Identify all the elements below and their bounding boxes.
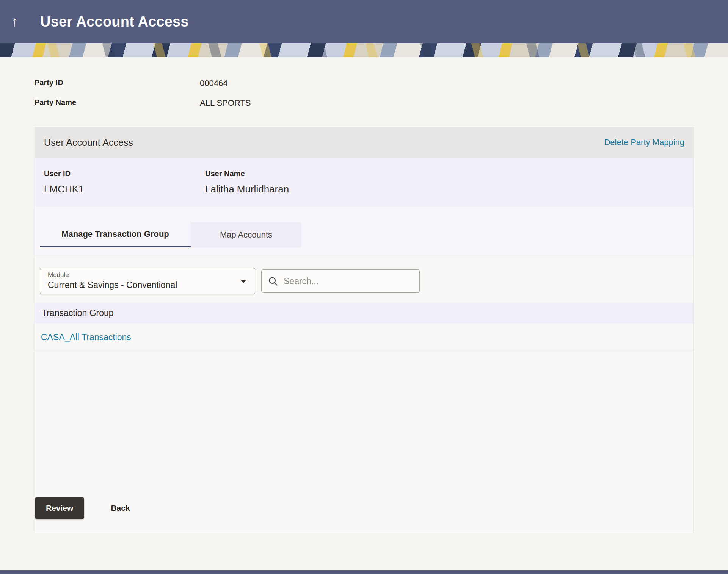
- transaction-group-column-header: Transaction Group: [35, 303, 693, 324]
- search-input[interactable]: [284, 276, 413, 286]
- user-id-label: User ID: [44, 169, 205, 178]
- party-info: Party ID 000464 Party Name ALL SPORTS: [35, 78, 694, 108]
- user-account-access-panel: User Account Access Delete Party Mapping…: [35, 127, 694, 533]
- review-button[interactable]: Review: [35, 497, 84, 519]
- search-box[interactable]: [261, 269, 420, 293]
- tab-label: Manage Transaction Group: [61, 229, 169, 239]
- main-content: Party ID 000464 Party Name ALL SPORTS Us…: [0, 57, 728, 533]
- column-header-label: Transaction Group: [42, 308, 114, 318]
- module-dropdown[interactable]: Module Current & Savings - Conventional: [40, 268, 255, 294]
- filter-row: Module Current & Savings - Conventional: [40, 268, 693, 294]
- panel-title: User Account Access: [44, 137, 133, 148]
- user-name-value: Lalitha Murlidharan: [205, 183, 684, 195]
- action-bar: Review Back: [35, 497, 693, 533]
- search-icon: [268, 276, 278, 286]
- chevron-down-icon: [240, 280, 246, 283]
- transaction-group-link[interactable]: CASA_All Transactions: [41, 332, 131, 343]
- user-id-value: LMCHK1: [44, 183, 205, 195]
- up-arrow-icon[interactable]: ↑: [11, 15, 28, 28]
- party-id-value: 000464: [200, 78, 694, 88]
- party-name-value: ALL SPORTS: [200, 98, 694, 108]
- user-info-section: User ID User Name LMCHK1 Lalitha Murlidh…: [35, 158, 693, 207]
- tab-label: Map Accounts: [220, 230, 272, 240]
- module-dropdown-value: Current & Savings - Conventional: [48, 280, 247, 290]
- back-button[interactable]: Back: [111, 504, 130, 513]
- tab-map-accounts[interactable]: Map Accounts: [191, 222, 301, 247]
- module-dropdown-label: Module: [48, 271, 247, 279]
- empty-space: [35, 351, 693, 497]
- user-name-label: User Name: [205, 169, 684, 178]
- table-row: CASA_All Transactions: [35, 324, 693, 351]
- party-id-label: Party ID: [35, 78, 200, 88]
- decorative-banner-strip: [0, 43, 728, 57]
- footer-bar: [0, 570, 728, 574]
- app-header: ↑ User Account Access: [0, 0, 728, 43]
- tab-strip: Manage Transaction Group Map Accounts: [35, 207, 693, 255]
- party-name-label: Party Name: [35, 98, 200, 108]
- panel-header: User Account Access Delete Party Mapping: [35, 127, 693, 158]
- delete-party-mapping-link[interactable]: Delete Party Mapping: [604, 138, 684, 147]
- page-title: User Account Access: [40, 14, 189, 30]
- tab-manage-transaction-group[interactable]: Manage Transaction Group: [40, 222, 191, 247]
